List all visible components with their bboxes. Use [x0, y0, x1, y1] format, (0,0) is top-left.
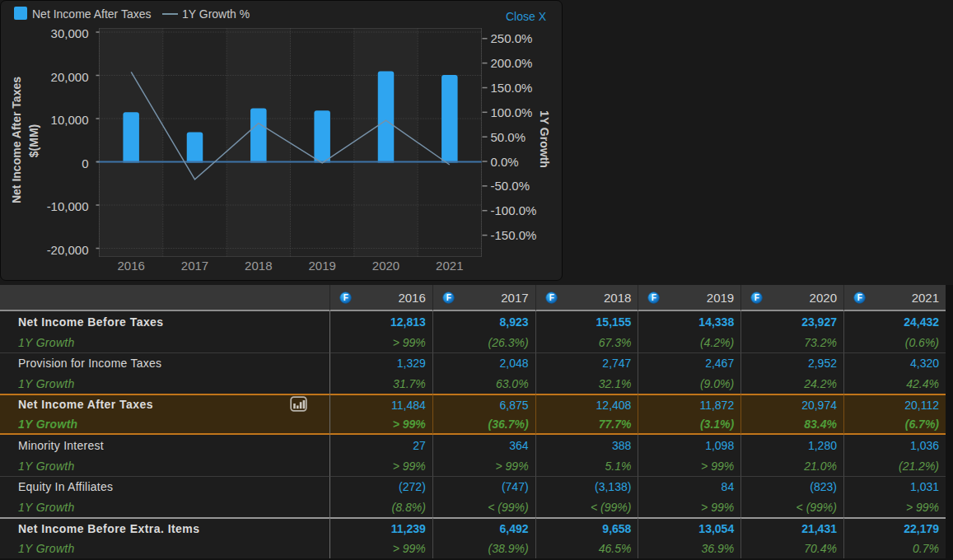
- svg-text:-100.0%: -100.0%: [491, 203, 537, 217]
- svg-text:2020: 2020: [372, 259, 399, 273]
- svg-text:2018: 2018: [245, 259, 272, 273]
- svg-text:2017: 2017: [181, 259, 208, 273]
- svg-text:F: F: [446, 293, 451, 302]
- svg-text:F: F: [652, 293, 656, 302]
- svg-text:200.0%: 200.0%: [491, 56, 533, 70]
- svg-text:250.0%: 250.0%: [491, 31, 533, 45]
- svg-text:0: 0: [82, 156, 88, 170]
- svg-text:-150.0%: -150.0%: [491, 228, 537, 242]
- svg-text:10,000: 10,000: [51, 113, 89, 127]
- svg-text:50.0%: 50.0%: [491, 130, 526, 144]
- svg-text:20,000: 20,000: [51, 70, 89, 84]
- svg-text:2019: 2019: [309, 259, 336, 273]
- svg-text:100.0%: 100.0%: [491, 105, 533, 119]
- svg-text:F: F: [549, 293, 554, 302]
- svg-text:-50.0%: -50.0%: [491, 179, 530, 193]
- svg-text:30,000: 30,000: [51, 26, 89, 40]
- svg-text:2021: 2021: [436, 259, 463, 273]
- svg-text:F: F: [857, 293, 862, 302]
- svg-text:-10,000: -10,000: [47, 199, 89, 213]
- svg-text:2016: 2016: [118, 259, 145, 273]
- svg-text:F: F: [754, 293, 759, 302]
- svg-text:-20,000: -20,000: [47, 243, 89, 257]
- svg-text:150.0%: 150.0%: [491, 81, 533, 95]
- svg-text:0.0%: 0.0%: [491, 155, 519, 169]
- svg-text:F: F: [343, 293, 348, 302]
